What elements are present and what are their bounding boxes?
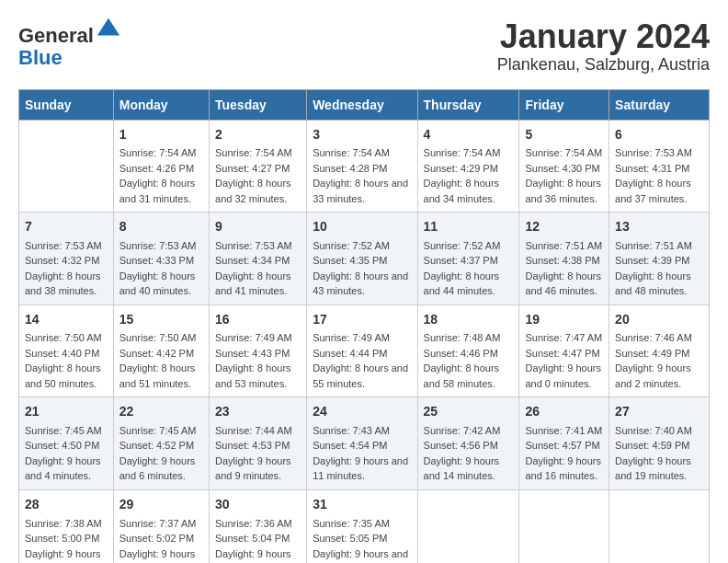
date-number: 26 xyxy=(525,403,603,421)
logo: General Blue xyxy=(18,18,121,69)
cell-detail: Sunrise: 7:44 AMSunset: 4:53 PMDaylight:… xyxy=(215,423,301,484)
cell-detail: Sunrise: 7:40 AMSunset: 4:59 PMDaylight:… xyxy=(615,423,703,484)
calendar-day-header: Friday xyxy=(519,89,609,120)
cell-detail: Sunrise: 7:54 AMSunset: 4:29 PMDaylight:… xyxy=(424,145,514,206)
calendar-cell: 26Sunrise: 7:41 AMSunset: 4:57 PMDayligh… xyxy=(519,397,609,490)
calendar-day-header: Wednesday xyxy=(307,89,417,120)
calendar-cell: 8Sunrise: 7:53 AMSunset: 4:33 PMDaylight… xyxy=(113,213,209,305)
date-number: 11 xyxy=(424,218,514,236)
cell-detail: Sunrise: 7:43 AMSunset: 4:54 PMDaylight:… xyxy=(313,423,411,484)
calendar-cell: 12Sunrise: 7:51 AMSunset: 4:38 PMDayligh… xyxy=(519,213,609,305)
calendar-cell xyxy=(519,489,609,563)
calendar-cell: 15Sunrise: 7:50 AMSunset: 4:42 PMDayligh… xyxy=(113,304,209,397)
calendar-table: SundayMondayTuesdayWednesdayThursdayFrid… xyxy=(18,89,710,563)
date-number: 25 xyxy=(424,403,514,421)
date-number: 4 xyxy=(424,126,514,144)
cell-detail: Sunrise: 7:49 AMSunset: 4:44 PMDaylight:… xyxy=(313,330,411,391)
cell-detail: Sunrise: 7:50 AMSunset: 4:40 PMDaylight:… xyxy=(25,330,108,391)
date-number: 2 xyxy=(215,126,301,144)
date-number: 7 xyxy=(25,218,108,236)
cell-detail: Sunrise: 7:45 AMSunset: 4:52 PMDaylight:… xyxy=(119,423,203,484)
page-title: January 2024 xyxy=(497,18,710,55)
cell-detail: Sunrise: 7:54 AMSunset: 4:27 PMDaylight:… xyxy=(215,145,301,206)
calendar-day-header: Tuesday xyxy=(210,89,307,120)
date-number: 1 xyxy=(119,126,203,144)
cell-detail: Sunrise: 7:53 AMSunset: 4:33 PMDaylight:… xyxy=(119,238,203,299)
logo-general-text: General xyxy=(18,24,94,47)
svg-marker-0 xyxy=(97,18,119,36)
cell-detail: Sunrise: 7:37 AMSunset: 5:02 PMDaylight:… xyxy=(119,516,203,563)
date-number: 30 xyxy=(215,496,301,514)
calendar-week-row: 21Sunrise: 7:45 AMSunset: 4:50 PMDayligh… xyxy=(19,397,710,490)
date-number: 19 xyxy=(525,311,603,329)
date-number: 27 xyxy=(615,403,703,421)
calendar-cell: 25Sunrise: 7:42 AMSunset: 4:56 PMDayligh… xyxy=(417,397,519,490)
date-number: 22 xyxy=(119,403,203,421)
calendar-cell: 17Sunrise: 7:49 AMSunset: 4:44 PMDayligh… xyxy=(307,304,417,397)
date-number: 21 xyxy=(25,403,108,421)
cell-detail: Sunrise: 7:36 AMSunset: 5:04 PMDaylight:… xyxy=(215,516,301,563)
calendar-cell xyxy=(609,489,710,563)
cell-detail: Sunrise: 7:35 AMSunset: 5:05 PMDaylight:… xyxy=(313,516,411,563)
calendar-cell: 4Sunrise: 7:54 AMSunset: 4:29 PMDaylight… xyxy=(417,120,519,213)
cell-detail: Sunrise: 7:38 AMSunset: 5:00 PMDaylight:… xyxy=(25,516,108,563)
logo-icon xyxy=(96,17,121,42)
calendar-cell: 23Sunrise: 7:44 AMSunset: 4:53 PMDayligh… xyxy=(210,397,307,490)
date-number: 3 xyxy=(313,126,411,144)
calendar-cell: 28Sunrise: 7:38 AMSunset: 5:00 PMDayligh… xyxy=(19,489,114,563)
cell-detail: Sunrise: 7:42 AMSunset: 4:56 PMDaylight:… xyxy=(424,423,514,484)
calendar-header: SundayMondayTuesdayWednesdayThursdayFrid… xyxy=(19,89,710,120)
cell-detail: Sunrise: 7:52 AMSunset: 4:37 PMDaylight:… xyxy=(424,238,514,299)
cell-detail: Sunrise: 7:53 AMSunset: 4:32 PMDaylight:… xyxy=(25,238,108,299)
calendar-week-row: 1Sunrise: 7:54 AMSunset: 4:26 PMDaylight… xyxy=(19,120,710,213)
date-number: 14 xyxy=(25,311,108,329)
calendar-cell: 1Sunrise: 7:54 AMSunset: 4:26 PMDaylight… xyxy=(113,120,209,213)
cell-detail: Sunrise: 7:52 AMSunset: 4:35 PMDaylight:… xyxy=(313,238,411,299)
cell-detail: Sunrise: 7:49 AMSunset: 4:43 PMDaylight:… xyxy=(215,330,301,391)
calendar-cell: 31Sunrise: 7:35 AMSunset: 5:05 PMDayligh… xyxy=(307,489,417,563)
date-number: 24 xyxy=(313,403,411,421)
calendar-day-header: Thursday xyxy=(417,89,519,120)
calendar-cell: 27Sunrise: 7:40 AMSunset: 4:59 PMDayligh… xyxy=(609,397,710,490)
date-number: 10 xyxy=(313,218,411,236)
calendar-cell: 20Sunrise: 7:46 AMSunset: 4:49 PMDayligh… xyxy=(609,304,710,397)
calendar-cell: 24Sunrise: 7:43 AMSunset: 4:54 PMDayligh… xyxy=(307,397,417,490)
cell-detail: Sunrise: 7:54 AMSunset: 4:30 PMDaylight:… xyxy=(525,145,603,206)
calendar-cell: 14Sunrise: 7:50 AMSunset: 4:40 PMDayligh… xyxy=(19,304,114,397)
cell-detail: Sunrise: 7:47 AMSunset: 4:47 PMDaylight:… xyxy=(525,330,603,391)
calendar-cell: 10Sunrise: 7:52 AMSunset: 4:35 PMDayligh… xyxy=(307,213,417,305)
calendar-cell: 5Sunrise: 7:54 AMSunset: 4:30 PMDaylight… xyxy=(519,120,609,213)
date-number: 12 xyxy=(525,218,603,236)
date-number: 29 xyxy=(119,496,203,514)
calendar-cell: 21Sunrise: 7:45 AMSunset: 4:50 PMDayligh… xyxy=(19,397,114,490)
date-number: 5 xyxy=(525,126,603,144)
date-number: 15 xyxy=(119,311,203,329)
date-number: 13 xyxy=(615,218,703,236)
calendar-cell: 6Sunrise: 7:53 AMSunset: 4:31 PMDaylight… xyxy=(609,120,710,213)
calendar-cell: 16Sunrise: 7:49 AMSunset: 4:43 PMDayligh… xyxy=(210,304,307,397)
calendar-cell: 30Sunrise: 7:36 AMSunset: 5:04 PMDayligh… xyxy=(210,489,307,563)
cell-detail: Sunrise: 7:53 AMSunset: 4:34 PMDaylight:… xyxy=(215,238,301,299)
calendar-day-header: Saturday xyxy=(609,89,710,120)
calendar-week-row: 28Sunrise: 7:38 AMSunset: 5:00 PMDayligh… xyxy=(19,489,710,563)
date-number: 8 xyxy=(119,218,203,236)
calendar-cell: 7Sunrise: 7:53 AMSunset: 4:32 PMDaylight… xyxy=(19,213,114,305)
calendar-week-row: 7Sunrise: 7:53 AMSunset: 4:32 PMDaylight… xyxy=(19,213,710,305)
calendar-cell: 3Sunrise: 7:54 AMSunset: 4:28 PMDaylight… xyxy=(307,120,417,213)
date-number: 23 xyxy=(215,403,301,421)
cell-detail: Sunrise: 7:54 AMSunset: 4:28 PMDaylight:… xyxy=(313,145,411,206)
date-number: 16 xyxy=(215,311,301,329)
calendar-cell: 9Sunrise: 7:53 AMSunset: 4:34 PMDaylight… xyxy=(210,213,307,305)
calendar-cell: 29Sunrise: 7:37 AMSunset: 5:02 PMDayligh… xyxy=(113,489,209,563)
date-number: 9 xyxy=(215,218,301,236)
cell-detail: Sunrise: 7:46 AMSunset: 4:49 PMDaylight:… xyxy=(615,330,703,391)
date-number: 17 xyxy=(313,311,411,329)
calendar-cell: 11Sunrise: 7:52 AMSunset: 4:37 PMDayligh… xyxy=(417,213,519,305)
date-number: 28 xyxy=(25,496,108,514)
page-subtitle: Plankenau, Salzburg, Austria xyxy=(497,55,710,75)
calendar-cell xyxy=(19,120,114,213)
date-number: 20 xyxy=(615,311,703,329)
page-header: General Blue January 2024 Plankenau, Sal… xyxy=(18,18,710,75)
calendar-cell: 19Sunrise: 7:47 AMSunset: 4:47 PMDayligh… xyxy=(519,304,609,397)
calendar-cell: 13Sunrise: 7:51 AMSunset: 4:39 PMDayligh… xyxy=(609,213,710,305)
